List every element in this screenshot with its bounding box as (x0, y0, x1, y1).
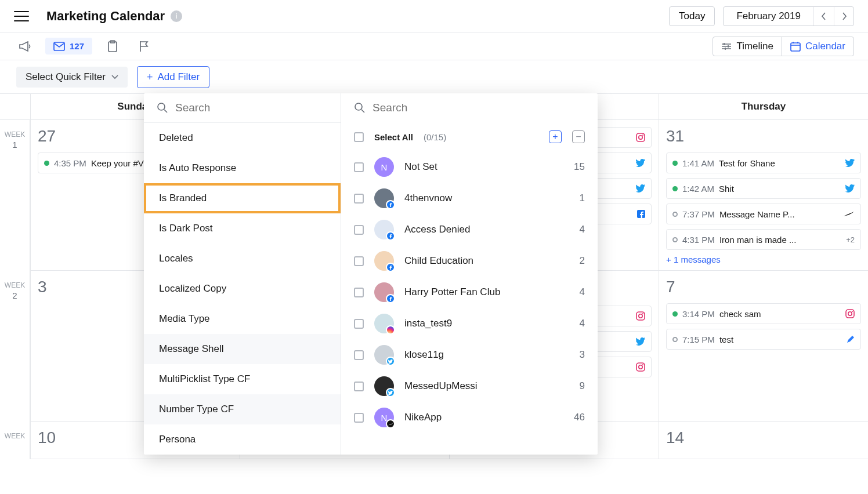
calendar-cell[interactable]: 31 1:41 AMTest for Shane1:42 AMShit7:37 … (659, 120, 868, 271)
filter-item[interactable]: Media Type (144, 304, 341, 334)
event-pill[interactable]: 7:37 PMMessage Name P... (666, 204, 861, 224)
option-checkbox[interactable] (354, 350, 364, 360)
filter-option-row[interactable]: Access Denied 4 (341, 214, 598, 245)
option-checkbox[interactable] (354, 319, 364, 329)
filter-item[interactable]: Is Dark Post (144, 213, 341, 244)
option-checkbox[interactable] (354, 413, 364, 423)
prev-month-button[interactable] (814, 7, 834, 26)
filter-option-row[interactable]: 4thenvnow 1 (341, 183, 598, 214)
filter-search-input[interactable] (175, 101, 328, 114)
instagram-icon (845, 309, 855, 318)
megaphone-icon[interactable] (14, 35, 36, 57)
event-title: Message Name P... (719, 209, 837, 219)
month-selector: February 2019 (723, 6, 854, 26)
toolbar: 127 Timeline Calendar (0, 32, 868, 60)
svg-point-6 (642, 135, 643, 136)
event-time: 3:14 PM (682, 309, 715, 319)
option-checkbox[interactable] (354, 194, 364, 204)
filter-option-row[interactable]: insta_test9 4 (341, 308, 598, 339)
today-button[interactable]: Today (669, 6, 715, 26)
filter-option-row[interactable]: MessedUpMessi 9 (341, 370, 598, 402)
svg-rect-8 (636, 312, 645, 320)
option-checkbox[interactable] (354, 225, 364, 235)
event-pill[interactable]: 1:41 AMTest for Shane (666, 152, 861, 173)
calendar-cell[interactable]: 7 3:14 PMcheck sam7:15 PMtest (659, 271, 868, 422)
filter-item[interactable]: Persona (144, 424, 341, 455)
select-all-checkbox[interactable] (354, 132, 364, 142)
week-label: WEEK1 (0, 120, 30, 271)
event-pill[interactable]: 3:14 PMcheck sam (666, 303, 861, 324)
filter-item[interactable]: Localized Copy (144, 274, 341, 304)
add-filter-button[interactable]: + Add Filter (137, 66, 209, 88)
next-month-button[interactable] (834, 7, 853, 26)
event-pill[interactable]: 7:15 PMtest (666, 329, 861, 350)
expand-all-button[interactable]: + (549, 130, 562, 143)
filter-search-row (144, 93, 341, 123)
svg-point-5 (639, 136, 642, 139)
option-name: insta_test9 (404, 318, 452, 329)
twitter-icon (636, 337, 645, 346)
event-title: Test for Shane (719, 158, 841, 168)
option-search-input[interactable] (372, 101, 585, 114)
calendar-tab[interactable]: Calendar (782, 37, 853, 56)
select-all-count: (0/15) (424, 132, 446, 142)
event-time: 7:37 PM (682, 209, 715, 219)
option-checkbox[interactable] (354, 162, 364, 172)
event-time: 7:15 PM (682, 335, 715, 344)
week-label: WEEK2 (0, 271, 30, 422)
filter-popover: DeletedIs Auto ResponseIs BrandedIs Dark… (144, 93, 598, 455)
filter-option-row[interactable]: N Not Set 15 (341, 151, 598, 183)
filter-item[interactable]: Is Auto Response (144, 153, 341, 183)
inbox-count: 127 (70, 41, 84, 51)
option-name: NikeApp (404, 412, 442, 423)
filter-item[interactable]: Deleted (144, 123, 341, 153)
month-label[interactable]: February 2019 (724, 7, 814, 26)
filter-option-row[interactable]: N NikeApp 46 (341, 402, 598, 433)
filter-option-row[interactable]: klose11g 3 (341, 339, 598, 370)
status-ring (672, 237, 678, 242)
week-label: WEEK (0, 422, 30, 459)
option-checkbox[interactable] (354, 288, 364, 297)
instagram-icon (636, 133, 645, 142)
option-count: 1 (580, 192, 585, 204)
timeline-tab[interactable]: Timeline (713, 37, 782, 56)
clipboard-icon[interactable] (102, 35, 124, 57)
day-number: 14 (666, 428, 861, 447)
more-messages-link[interactable]: + 1 messages (666, 255, 861, 264)
svg-point-17 (158, 103, 165, 110)
option-count: 4 (580, 286, 585, 298)
day-header: Thursday (659, 94, 868, 119)
svg-point-13 (642, 364, 643, 365)
filter-item[interactable]: Message Shell (144, 334, 341, 364)
event-overflow-count: +2 (846, 235, 855, 244)
svg-rect-11 (636, 363, 645, 371)
option-name: klose11g (404, 349, 444, 361)
filter-item[interactable]: Number Type CF (144, 394, 341, 424)
filter-option-row[interactable]: Child Education 2 (341, 245, 598, 277)
svg-rect-3 (791, 43, 800, 51)
svg-rect-14 (846, 310, 854, 318)
filter-item[interactable]: Is Branded (144, 183, 341, 213)
option-checkbox[interactable] (354, 382, 364, 391)
filter-option-row[interactable]: Harry Potter Fan Club 4 (341, 277, 598, 308)
menu-icon[interactable] (14, 11, 29, 21)
flag-icon[interactable] (133, 35, 155, 57)
select-all-label: Select All (374, 132, 413, 142)
twitter-icon (845, 184, 855, 192)
event-pill[interactable]: 4:31 PMIron man is made ...+2 (666, 229, 861, 250)
quick-filter-dropdown[interactable]: Select Quick Filter (16, 67, 128, 88)
option-name: MessedUpMessi (404, 380, 478, 392)
avatar: N (374, 157, 394, 177)
collapse-all-button[interactable]: − (572, 130, 585, 143)
option-checkbox[interactable] (354, 256, 364, 266)
option-name: Harry Potter Fan Club (404, 286, 500, 298)
info-icon[interactable]: i (171, 10, 182, 22)
twitter-icon (845, 159, 855, 167)
calendar-cell[interactable]: 14 (659, 422, 868, 459)
filter-item[interactable]: Locales (144, 244, 341, 274)
inbox-button[interactable]: 127 (45, 38, 92, 55)
filter-item[interactable]: MultiPicklist Type CF (144, 364, 341, 394)
calendar-icon (790, 41, 801, 52)
event-pill[interactable]: 1:42 AMShit (666, 178, 861, 199)
status-dot (672, 186, 678, 191)
